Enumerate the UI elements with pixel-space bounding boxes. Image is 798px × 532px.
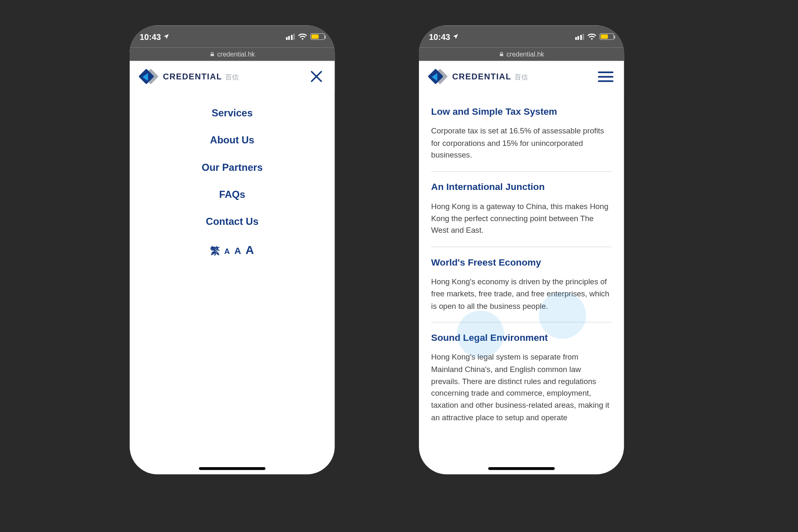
section-title: An International Junction [431,182,612,193]
status-bar: 10:43 [130,25,335,47]
brand-name: CREDENTIAL [163,71,222,81]
section-title: Sound Legal Environment [431,332,612,344]
brand-name: CREDENTIAL [452,71,511,81]
browser-url-bar[interactable]: credential.hk [130,48,335,61]
battery-icon [310,33,325,40]
menu-item-about-us[interactable]: About Us [130,127,335,154]
home-indicator[interactable] [488,467,555,470]
section-economy: World's Freest Economy Hong Kong's econo… [431,247,612,323]
location-icon [452,33,459,40]
url-host: credential.hk [217,50,255,58]
battery-icon [600,33,614,40]
cellular-icon [286,34,295,40]
status-right-icons [286,33,325,40]
menu-open-button[interactable] [597,70,614,83]
browser-url-bar[interactable]: credential.hk [419,48,624,61]
app-header: CREDENTIAL 百信 [419,61,624,92]
language-font-controls: 繁 A A A [130,236,335,265]
menu-item-faqs[interactable]: FAQs [130,181,335,208]
status-time: 10:43 [140,32,170,42]
section-junction: An International Junction Hong Kong is a… [431,172,612,247]
section-tax: Low and Simple Tax System Corporate tax … [431,96,612,172]
section-body: Hong Kong's legal system is separate fro… [431,352,612,424]
status-time-text: 10:43 [140,32,161,42]
brand-logo-icon [140,69,158,84]
brand-sub: 百信 [515,72,528,82]
font-size-small-button[interactable]: A [224,246,230,255]
section-body: Hong Kong is a gateway to China, this ma… [431,201,612,237]
url-host: credential.hk [507,50,544,58]
hamburger-icon [598,71,613,73]
brand[interactable]: CREDENTIAL 百信 [140,69,239,84]
section-body: Hong Kong's economy is driven by the pri… [431,276,612,312]
wifi-icon [587,33,596,40]
app-header: CREDENTIAL 百信 [130,61,335,92]
section-title: World's Freest Economy [431,257,612,268]
font-size-large-button[interactable]: A [246,243,254,256]
menu-item-contact-us[interactable]: Contact Us [130,208,335,235]
brand-logo-icon [429,69,448,84]
section-body: Corporate tax is set at 16.5% of assessa… [431,125,612,161]
main-menu: Services About Us Our Partners FAQs Cont… [130,92,335,265]
cellular-icon [575,34,584,40]
home-indicator[interactable] [199,467,266,470]
lock-icon [499,52,504,57]
menu-close-button[interactable] [308,70,325,83]
brand-sub: 百信 [225,72,239,82]
phone-mockup-content: 10:43 credential.hk CREDENTIAL 百信 [419,25,624,474]
status-time-text: 10:43 [429,32,450,42]
phone-mockup-menu: 10:43 credential.hk CREDENTIAL 百信 [130,25,335,474]
font-size-medium-button[interactable]: A [234,246,241,257]
status-right-icons [575,33,614,40]
menu-item-services[interactable]: Services [130,100,335,127]
brand[interactable]: CREDENTIAL 百信 [429,69,528,84]
location-icon [163,33,170,40]
wifi-icon [298,33,307,40]
section-title: Low and Simple Tax System [431,106,612,118]
lang-zh-button[interactable]: 繁 [210,244,220,257]
menu-item-our-partners[interactable]: Our Partners [130,154,335,181]
lock-icon [209,52,215,57]
status-time: 10:43 [429,32,459,42]
close-icon [309,69,324,84]
section-legal: Sound Legal Environment Hong Kong's lega… [431,323,612,433]
page-content: Low and Simple Tax System Corporate tax … [419,92,624,433]
status-bar: 10:43 [419,25,624,47]
